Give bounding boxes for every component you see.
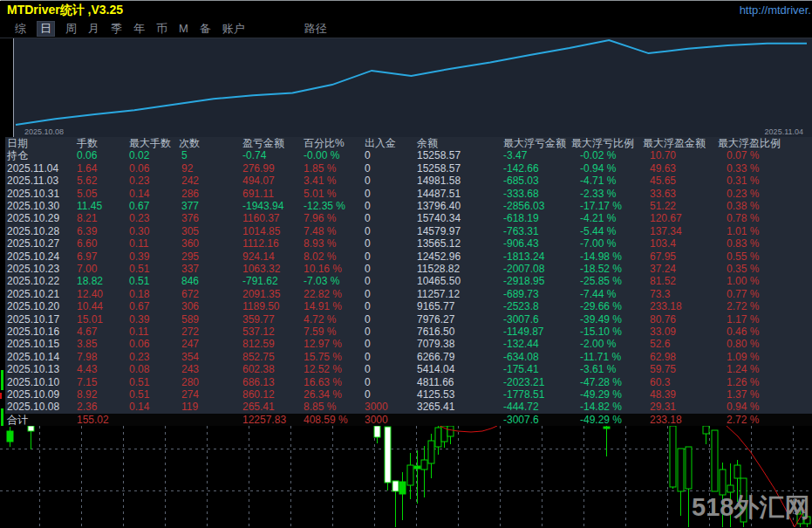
menu-tab-M[interactable]: M	[179, 22, 188, 36]
cell: 0.33 %	[727, 162, 759, 175]
column-header: 最大手数	[129, 137, 171, 150]
cell: 15740.34	[417, 212, 461, 225]
table-row-2025.10.27[interactable]: 2025.10.276.600.113601112.168.93 %013565…	[5, 237, 812, 250]
cell: 295	[181, 250, 199, 264]
cell: 14579.97	[417, 225, 461, 238]
cell: 0.55 %	[727, 250, 759, 264]
table-row-2025.10.30[interactable]: 2025.10.3011.450.67377-1943.94-12.35 %01…	[5, 200, 812, 212]
cell: 持仓	[7, 149, 28, 162]
cell: 18.82	[77, 275, 103, 288]
cell: 2025.10.20	[7, 300, 59, 313]
cell: 2.72 %	[727, 300, 759, 313]
table-row-2025.10.21[interactable]: 2025.10.2112.400.186722091.3522.82 %0112…	[5, 288, 812, 300]
cell: 376	[181, 212, 199, 225]
cell: -1778.51	[503, 388, 544, 401]
table-row-2025.10.09[interactable]: 2025.10.098.920.51274860.1226.34 %04125.…	[5, 388, 812, 401]
cell: -444.72	[503, 401, 539, 414]
table-row-2025.11.03[interactable]: 2025.11.035.620.23242494.073.41 %014981.…	[5, 175, 812, 187]
cell: 29.31	[650, 401, 676, 414]
cell: 408.59 %	[304, 414, 348, 426]
watermark: 518外汇网	[692, 490, 809, 525]
table-row-持仓[interactable]: 持仓0.060.025-0.74-0.00 %015258.57-3.47-0.…	[5, 149, 812, 161]
menu-tab-季[interactable]: 季	[111, 22, 122, 36]
cell: 360	[181, 237, 199, 250]
cell: 0.51	[129, 376, 149, 389]
cell: 6.97	[77, 250, 97, 264]
cell: 0	[365, 326, 371, 339]
cell: 359.77	[242, 313, 275, 326]
menu-tab-综[interactable]: 综	[15, 22, 26, 36]
menu-tab-路径[interactable]: 路径	[304, 22, 327, 36]
cell: 233.18	[650, 414, 682, 426]
cell: 1.85 %	[304, 162, 336, 175]
website-link[interactable]: http://mtdriver.	[740, 3, 811, 17]
cell: 1.24 %	[727, 363, 759, 376]
table-row-2025.10.15[interactable]: 2025.10.153.850.06247812.5912.97 %07079.…	[5, 338, 812, 350]
cell: 0.06	[129, 162, 149, 175]
cell: 233.18	[650, 300, 682, 313]
cell: 0.30	[129, 225, 149, 238]
stats-table: 日期手数最大手数次数盈亏金额百分比%出入金余额最大浮亏金额最大浮亏比例最大浮盈金…	[5, 137, 812, 426]
menu-tab-年[interactable]: 年	[133, 22, 145, 36]
table-row-2025.10.17[interactable]: 2025.10.1715.010.39589359.774.72 %07976.…	[5, 313, 812, 326]
candlestick-svg	[0, 426, 812, 528]
table-row-2025.10.10[interactable]: 2025.10.107.150.51280686.1316.63 %04811.…	[5, 376, 812, 388]
cell: 276.99	[242, 162, 275, 175]
cell: 49.63	[650, 162, 676, 175]
column-header: 余额	[417, 137, 438, 150]
cell: 0	[365, 275, 371, 288]
table-row-2025.10.22[interactable]: 2025.10.2218.820.51846-791.62-7.03 %0104…	[5, 275, 812, 287]
cell: 812.59	[242, 338, 275, 351]
cell: 合计	[7, 414, 28, 426]
cell: 14.91 %	[304, 300, 342, 313]
app-window: MTDriver统计 ,V3.25 http://mtdriver. 综日周月季…	[0, 0, 812, 528]
table-row-2025.10.08[interactable]: 2025.10.082.360.14119265.418.85 %3000326…	[5, 401, 812, 413]
cell: 4.43	[77, 363, 97, 376]
table-row-2025.10.23[interactable]: 2025.10.237.000.513371063.3210.16 %01152…	[5, 263, 812, 275]
cell: 6.39	[77, 225, 97, 238]
menu-tab-币[interactable]: 币	[156, 22, 167, 36]
cell: -3.61 %	[580, 363, 616, 376]
cell: -49.29 %	[580, 388, 622, 401]
cell: 0.31 %	[727, 175, 759, 188]
cell: 15258.57	[417, 149, 461, 162]
menu-tab-账户[interactable]: 账户	[222, 22, 245, 36]
cell: 155.02	[77, 414, 109, 426]
cell: 0.23	[129, 351, 149, 364]
cell: 0	[365, 363, 371, 376]
cell: -2.33 %	[580, 188, 616, 201]
cell: 0.51	[129, 263, 149, 276]
table-row-2025.10.29[interactable]: 2025.10.298.210.233761160.377.96 %015740…	[5, 212, 812, 224]
cell: 0.46 %	[727, 326, 759, 339]
cell: 137.34	[650, 225, 682, 238]
cell: -15.10 %	[580, 326, 622, 339]
table-row-2025.10.14[interactable]: 2025.10.147.980.23354852.7515.75 %06266.…	[5, 351, 812, 363]
table-row-2025.10.20[interactable]: 2025.10.2010.440.673061189.5014.91 %0916…	[5, 300, 812, 312]
cell: -14.98 %	[580, 250, 622, 264]
cell: 0.14	[129, 188, 149, 201]
menu-tab-周[interactable]: 周	[65, 22, 77, 36]
cell: 377	[181, 200, 199, 213]
table-row-2025.10.24[interactable]: 2025.10.246.970.39295924.148.02 %012452.…	[5, 250, 812, 263]
cell: 1.64	[77, 162, 97, 175]
table-row-2025.10.16[interactable]: 2025.10.164.670.11272537.127.59 %07616.5…	[5, 326, 812, 338]
table-total-row[interactable]: 合计155.0212257.83408.59 %3000-3007.6-49.2…	[5, 414, 812, 426]
cell: -17.17 %	[580, 200, 622, 213]
table-row-2025.10.28[interactable]: 2025.10.286.390.303051014.857.48 %014579…	[5, 225, 812, 237]
menu-tab-备[interactable]: 备	[200, 22, 211, 36]
table-row-2025.11.04[interactable]: 2025.11.041.640.0692276.991.85 %015258.5…	[5, 162, 812, 175]
cell: 12452.96	[417, 250, 461, 264]
menu-tab-日[interactable]: 日	[38, 22, 54, 36]
cell: 0.08	[129, 363, 149, 376]
cell: 0	[365, 188, 371, 201]
cell: 2.36	[77, 401, 97, 414]
cell: 13796.40	[417, 200, 461, 213]
table-row-2025.10.31[interactable]: 2025.10.315.050.14286691.115.01 %014487.…	[5, 188, 812, 200]
table-row-2025.10.13[interactable]: 2025.10.134.430.08243602.3812.52 %05414.…	[5, 363, 812, 375]
cell: -49.29 %	[580, 414, 622, 426]
cell: 0	[365, 149, 371, 162]
cell: 0	[365, 212, 371, 225]
cell: 7.15	[77, 376, 97, 389]
cell: 11257.12	[417, 288, 460, 301]
menu-tab-月[interactable]: 月	[88, 22, 99, 36]
